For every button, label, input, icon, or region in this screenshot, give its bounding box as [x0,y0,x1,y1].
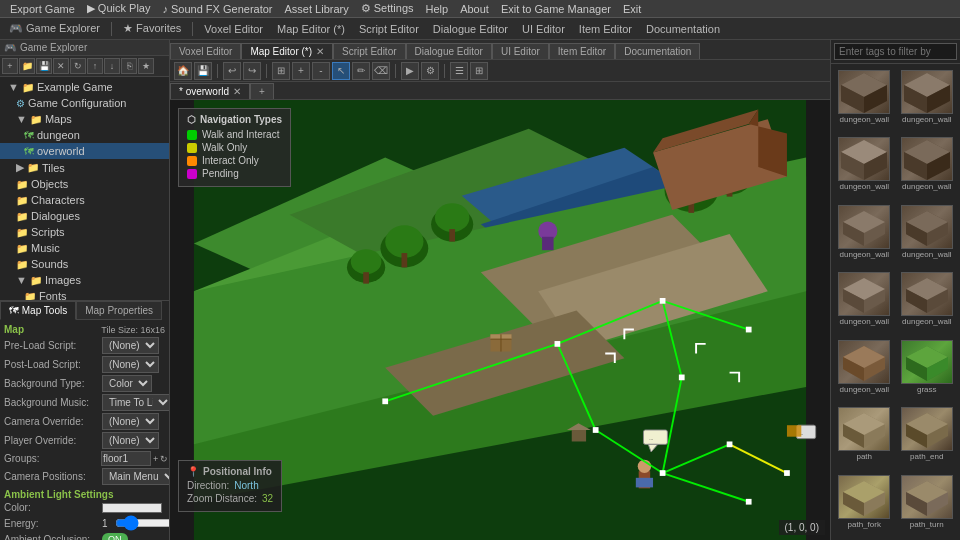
tree-item-dungeon[interactable]: 🗺 dungeon [0,127,169,143]
groups-refresh-icon[interactable]: ↻ [160,454,168,464]
asset-item-path-fork[interactable]: path_fork [834,472,895,537]
tab-script-editor[interactable]: Script Editor [333,43,405,59]
menu-asset-library[interactable]: Asset Library [279,1,355,17]
zoom-fit-btn[interactable]: ⊞ [272,62,290,80]
tree-item-tiles[interactable]: ▶ 📁 Tiles [0,159,169,176]
toolbar-script-editor[interactable]: Script Editor [354,21,424,37]
bg-type-select[interactable]: Color [102,375,152,392]
toolbar-game-explorer[interactable]: 🎮 Game Explorer [4,20,105,37]
save-btn[interactable]: 💾 [36,58,52,74]
map-area[interactable]: ... ... ⬡ Navigation Types Walk and Inte… [170,100,830,540]
menu-settings[interactable]: ⚙ Settings [355,0,420,17]
map-tab-overworld[interactable]: * overworld ✕ [170,83,250,99]
pencil-tool-btn[interactable]: ✏ [352,62,370,80]
eraser-tool-btn[interactable]: ⌫ [372,62,390,80]
zoom-out-btn[interactable]: - [312,62,330,80]
tree-item-overworld[interactable]: 🗺 overworld [0,143,169,159]
tab-map-editor-close[interactable]: ✕ [316,46,324,57]
folder-icon: 📁 [16,243,28,254]
menu-export-game[interactable]: Export Game [4,1,81,17]
energy-slider[interactable] [115,515,169,531]
refresh-btn[interactable]: ↻ [70,58,86,74]
toolbar-dialogue-editor[interactable]: Dialogue Editor [428,21,513,37]
layer-btn[interactable]: ☰ [450,62,468,80]
asset-item-path[interactable]: path [834,404,895,469]
tree-item-maps[interactable]: ▼ 📁 Maps [0,111,169,127]
asset-item-path-turn[interactable]: path_turn [897,472,958,537]
asset-name-path-turn: path_turn [910,520,944,529]
save-map-btn[interactable]: 💾 [194,62,212,80]
menu-exit-manager[interactable]: Exit to Game Manager [495,1,617,17]
asset-item-dungeon-wall-6[interactable]: dungeon_wall [897,202,958,267]
asset-item-dungeon-wall-5[interactable]: dungeon_wall [834,202,895,267]
ambient-color-swatch[interactable] [102,503,162,513]
camera-override-select[interactable]: (None) [102,413,159,430]
delete-btn[interactable]: ✕ [53,58,69,74]
up-btn[interactable]: ↑ [87,58,103,74]
toolbar-voxel-editor[interactable]: Voxel Editor [199,21,268,37]
ambient-occlusion-toggle[interactable]: ON [102,533,128,540]
player-override-select[interactable]: (None) [102,432,159,449]
asset-item-grass[interactable]: grass [897,337,958,402]
asset-item-dungeon-wall-1[interactable]: dungeon_wall [834,67,895,132]
tree-item-sounds[interactable]: 📁 Sounds [0,256,169,272]
new-btn[interactable]: + [2,58,18,74]
tab-documentation[interactable]: Documentation [615,43,700,59]
tab-voxel-editor[interactable]: Voxel Editor [170,43,241,59]
tree-item-example-game[interactable]: ▼ 📁 Example Game [0,79,169,95]
tree-item-music[interactable]: 📁 Music [0,240,169,256]
preload-script-select[interactable]: (None) [102,337,159,354]
toolbar-favorites[interactable]: ★ Favorites [118,20,186,37]
tab-map-editor[interactable]: Map Editor (*) ✕ [241,43,333,59]
groups-input[interactable] [101,451,151,466]
groups-add-icon[interactable]: + [153,454,158,464]
zoom-in-btn[interactable]: + [292,62,310,80]
asset-item-dungeon-wall-2[interactable]: dungeon_wall [897,67,958,132]
asset-item-dungeon-wall-7[interactable]: dungeon_wall [834,269,895,334]
nav-walk-interact-dot [187,130,197,140]
tree-item-characters[interactable]: 📁 Characters [0,192,169,208]
menu-about[interactable]: About [454,1,495,17]
tree-item-objects[interactable]: 📁 Objects [0,176,169,192]
camera-positions-select[interactable]: Main Menu [102,468,169,485]
tree-item-scripts[interactable]: 📁 Scripts [0,224,169,240]
tree-item-images[interactable]: ▼ 📁 Images [0,272,169,288]
map-tab-new[interactable]: + [250,83,274,99]
asset-item-dungeon-wall-8[interactable]: dungeon_wall [897,269,958,334]
tab-map-tools[interactable]: 🗺 Map Tools [0,301,76,320]
tree-item-game-config[interactable]: ⚙ Game Configuration [0,95,169,111]
play-btn[interactable]: ▶ [401,62,419,80]
star-btn[interactable]: ★ [138,58,154,74]
tab-map-properties[interactable]: Map Properties [76,301,162,320]
grid-btn[interactable]: ⊞ [470,62,488,80]
asset-item-path-end[interactable]: path_end [897,404,958,469]
nav-icon-btn[interactable]: 🏠 [174,62,192,80]
tree-item-dialogues[interactable]: 📁 Dialogues [0,208,169,224]
tab-ui-editor[interactable]: UI Editor [492,43,549,59]
asset-filter-input[interactable] [834,43,957,60]
asset-item-dungeon-wall-4[interactable]: dungeon_wall [897,134,958,199]
menu-exit[interactable]: Exit [617,1,647,17]
redo-btn[interactable]: ↪ [243,62,261,80]
tab-item-editor[interactable]: Item Editor [549,43,615,59]
menu-sound-fx[interactable]: ♪ Sound FX Generator [156,1,278,17]
toolbar-map-editor[interactable]: Map Editor (*) [272,21,350,37]
toolbar-ui-editor[interactable]: UI Editor [517,21,570,37]
map-tab-overworld-close[interactable]: ✕ [233,86,241,97]
open-btn[interactable]: 📁 [19,58,35,74]
menu-help[interactable]: Help [420,1,455,17]
select-tool-btn[interactable]: ↖ [332,62,350,80]
toolbar-documentation[interactable]: Documentation [641,21,725,37]
map-settings-btn[interactable]: ⚙ [421,62,439,80]
tab-dialogue-editor[interactable]: Dialogue Editor [406,43,492,59]
copy-btn[interactable]: ⎘ [121,58,137,74]
tree-item-fonts[interactable]: 📁 Fonts [0,288,169,300]
down-btn[interactable]: ↓ [104,58,120,74]
undo-btn[interactable]: ↩ [223,62,241,80]
bg-music-select[interactable]: Time To Live.ogg [102,394,169,411]
asset-item-dungeon-wall-9[interactable]: dungeon_wall [834,337,895,402]
postload-script-select[interactable]: (None) [102,356,159,373]
toolbar-item-editor[interactable]: Item Editor [574,21,637,37]
asset-item-dungeon-wall-3[interactable]: dungeon_wall [834,134,895,199]
menu-quick-play[interactable]: ▶ Quick Play [81,0,157,17]
